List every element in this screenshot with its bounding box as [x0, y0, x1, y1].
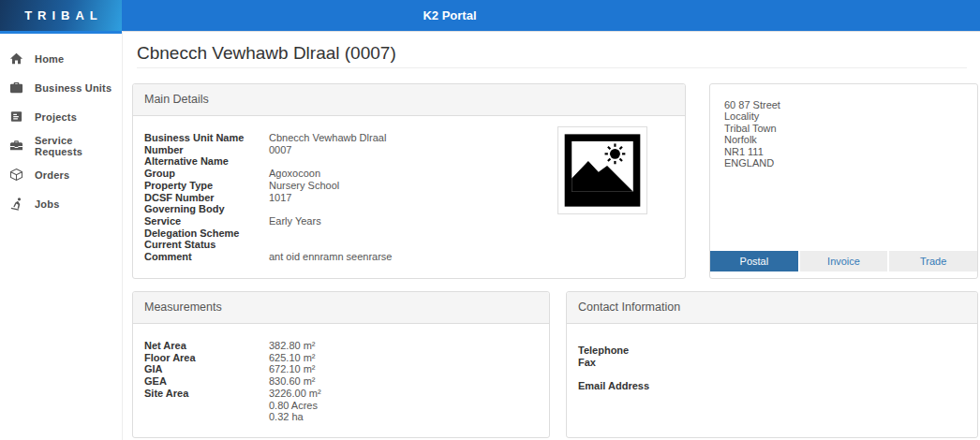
field-row: Telephone — [578, 345, 966, 357]
field-row: Site Area3226.00 m² — [144, 388, 538, 400]
field-label — [144, 400, 269, 412]
field-value: 0.80 Acres — [269, 400, 318, 412]
sidebar: Home Business Units Projects Service Req… — [0, 31, 123, 440]
field-row: Delegation Scheme — [144, 227, 674, 240]
panel-body: Net Area382.80 m² Floor Area625.10 m² GI… — [133, 324, 549, 423]
field-label: Email Address — [578, 380, 703, 392]
tab-postal[interactable]: Postal — [710, 251, 798, 271]
field-label: Delegation Scheme — [144, 227, 269, 240]
field-label: Fax — [578, 357, 703, 369]
app-title: K2 Portal — [122, 0, 778, 31]
field-label: Net Area — [144, 340, 269, 352]
main-content: Cbnecch Vewhawb Dlraal (0007) Main Detai… — [123, 31, 980, 440]
sidebar-item-business-units[interactable]: Business Units — [0, 73, 122, 102]
field-label — [144, 411, 269, 423]
field-row: GIA672.10 m² — [144, 363, 538, 375]
field-row: Fax — [578, 357, 966, 369]
field-label: Site Area — [144, 388, 269, 400]
field-label: Business Unit Name — [144, 132, 269, 144]
field-label: Governing Body — [144, 203, 269, 215]
field-label: Service — [144, 215, 269, 227]
app-header: K2 Portal — [122, 0, 980, 31]
main-details-panel: Main Details Business Unit NameCbnecch V… — [132, 83, 686, 279]
panel-body: Telephone Fax Email Address — [567, 324, 977, 392]
field-label: GEA — [144, 375, 269, 388]
worker-icon — [9, 197, 23, 211]
home-icon — [9, 51, 23, 66]
row-spacer — [578, 368, 966, 380]
field-row: Commentant oid ennramn seenrarse — [144, 251, 674, 263]
contact-information-panel: Contact Information Telephone Fax Email … — [566, 291, 978, 438]
sidebar-item-home[interactable]: Home — [0, 44, 122, 73]
sidebar-item-label: Business Units — [35, 82, 111, 94]
field-value: 382.80 m² — [269, 340, 316, 352]
field-value: 625.10 m² — [269, 352, 316, 364]
field-value: ant oid ennramn seenrarse — [269, 251, 392, 263]
field-value: 0.32 ha — [269, 411, 304, 423]
package-icon — [9, 168, 23, 182]
postal-address: 60 87 Street Locality Tribal Town Norfol… — [710, 84, 977, 169]
field-value: Agoxocoon — [269, 168, 320, 180]
sidebar-item-orders[interactable]: Orders — [0, 160, 122, 189]
field-label: Comment — [144, 251, 269, 263]
field-value: 672.10 m² — [269, 363, 316, 375]
field-row: Current Status — [144, 239, 674, 251]
field-value: 830.60 m² — [269, 375, 316, 388]
address-line: ENGLAND — [724, 157, 963, 169]
field-row: Net Area382.80 m² — [144, 340, 538, 352]
field-label: Alternative Name — [144, 155, 269, 168]
field-value: 0007 — [269, 144, 291, 156]
field-value: Early Years — [269, 215, 321, 227]
sidebar-item-jobs[interactable]: Jobs — [0, 189, 122, 218]
sidebar-item-label: Orders — [35, 169, 69, 181]
sidebar-item-label: Service Requests — [35, 135, 122, 157]
field-label: GIA — [144, 363, 269, 375]
field-row: GEA830.60 m² — [144, 375, 538, 388]
panel-heading: Measurements — [133, 292, 549, 324]
sidebar-item-projects[interactable]: Projects — [0, 102, 122, 131]
sidebar-item-label: Jobs — [35, 198, 59, 210]
field-label: Telephone — [578, 345, 703, 357]
toolbox-icon — [9, 139, 23, 153]
picture-placeholder-icon — [563, 132, 642, 209]
field-value: 3226.00 m² — [269, 388, 321, 400]
tab-trade[interactable]: Trade — [889, 251, 977, 271]
field-row: Floor Area625.10 m² — [144, 352, 538, 364]
tab-invoice[interactable]: Invoice — [800, 251, 888, 271]
sidebar-item-service-requests[interactable]: Service Requests — [0, 131, 122, 160]
address-line: Norfolk — [724, 134, 963, 145]
field-row: ServiceEarly Years — [144, 215, 674, 227]
address-line: 60 87 Street — [724, 99, 963, 110]
field-label: Current Status — [144, 239, 269, 251]
address-line: NR1 111 — [724, 146, 963, 157]
tribal-logo[interactable]: TRIBAL — [0, 0, 122, 31]
address-line: Tribal Town — [724, 123, 963, 134]
projects-icon — [9, 110, 23, 124]
field-row: 0.80 Acres — [144, 400, 538, 412]
sidebar-item-label: Projects — [35, 111, 77, 123]
field-row: 0.32 ha — [144, 411, 538, 423]
page-title: Cbnecch Vewhawb Dlraal (0007) — [137, 43, 396, 64]
briefcase-icon — [9, 81, 23, 95]
field-label: Floor Area — [144, 352, 269, 364]
address-line: Locality — [724, 110, 963, 122]
field-value: 1017 — [269, 192, 291, 204]
field-value: Cbnecch Vewhawb Dlraal — [269, 132, 386, 144]
field-label: DCSF Number — [144, 192, 269, 204]
field-value: Nursery School — [269, 180, 339, 192]
field-row: Email Address — [578, 380, 966, 392]
panel-heading: Contact Information — [567, 292, 977, 324]
field-label: Number — [144, 144, 269, 156]
field-label: Group — [144, 168, 269, 180]
title-divider — [137, 67, 967, 68]
address-card: 60 87 Street Locality Tribal Town Norfol… — [709, 83, 978, 279]
tribal-logo-text: TRIBAL — [19, 8, 103, 22]
panel-heading: Main Details — [133, 84, 685, 116]
sidebar-item-label: Home — [35, 53, 64, 65]
app-window: TRIBAL K2 Portal Home Business Units Pro… — [0, 0, 980, 440]
business-unit-photo-placeholder — [557, 126, 647, 214]
measurements-panel: Measurements Net Area382.80 m² Floor Are… — [132, 291, 550, 438]
address-tabs: Postal Invoice Trade — [710, 251, 977, 271]
field-label: Property Type — [144, 180, 269, 192]
